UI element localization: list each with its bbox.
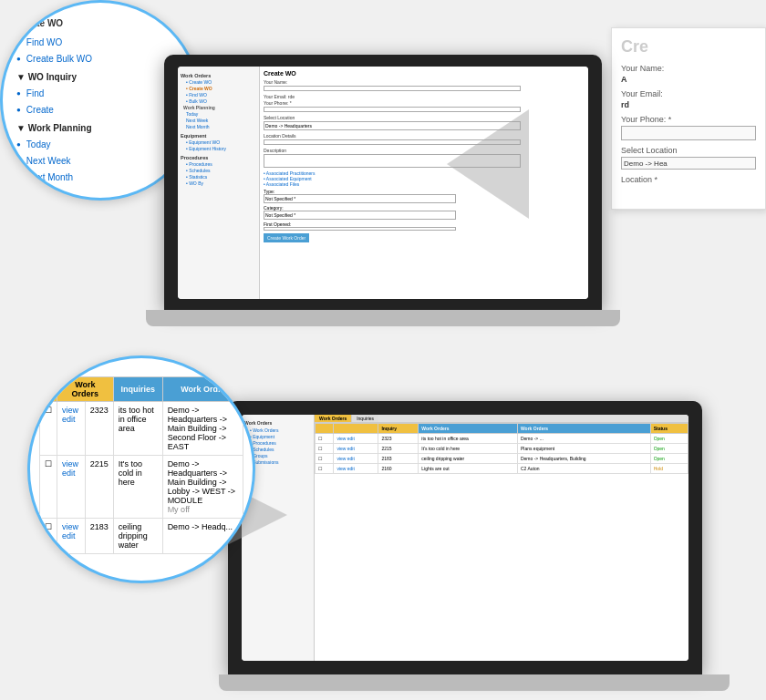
laptop-top-base [146, 310, 620, 326]
form-title: Create WO [264, 70, 585, 77]
sidebar-item-bulk-wo[interactable]: • Bulk WO [181, 98, 256, 105]
field-value-your-email: rd [621, 100, 756, 109]
zoom-th-checkbox [40, 377, 57, 402]
mini-cell-num-3: 2183 [378, 454, 419, 464]
zoom-th-wo-col: Work Ord... [162, 377, 243, 402]
mini-cell-cb-1[interactable]: ☐ [316, 434, 334, 444]
sidebar-item-proc1[interactable]: • Procedures [181, 161, 256, 168]
sidebar-section-equipment: Equipment [181, 133, 256, 139]
mini-cell-action-3[interactable]: view edit [334, 454, 378, 464]
sidebar-item-wo-by[interactable]: • WO By [181, 180, 256, 187]
zoom-circle-bottom: Work Orders Inquiries Work Ord... ☐ view… [27, 355, 255, 583]
bottom-sb-item-sched[interactable]: • Schedules [244, 446, 311, 452]
sidebar-item-next-week[interactable]: Next Week [181, 118, 256, 124]
mini-cell-status-3: Open [650, 454, 688, 464]
zoom-menu-title: Create WO [16, 16, 184, 31]
mini-cell-action-1[interactable]: view edit [334, 434, 378, 444]
zoom-group-work-planning: ▼ Work Planning [16, 120, 184, 137]
form-associated-files[interactable]: • Associated Files [264, 181, 585, 187]
sidebar-section-wo: Work Orders [181, 73, 256, 78]
zoom-item-find-wo[interactable]: ○ Find WO [16, 35, 184, 51]
form-input-first-opened[interactable] [264, 227, 456, 231]
zoom-cell-action-3[interactable]: view edit [57, 519, 86, 554]
field-value-your-name: A [621, 75, 756, 84]
zoom-cell-num-1: 2323 [85, 402, 113, 456]
mini-cell-desc-1: its too hot in office area [419, 434, 518, 444]
mini-cell-status-1: Open [650, 434, 688, 444]
zoom-cell-desc-1: its too hot in office area [113, 402, 162, 456]
mini-cell-desc-4: Lights are out [419, 464, 518, 474]
sidebar-item-statistics[interactable]: • Statistics [181, 174, 256, 180]
zoom-cell-desc-3: ceiling dripping water [113, 519, 162, 554]
mini-cell-cb-2[interactable]: ☐ [316, 444, 334, 454]
mini-cell-action-4[interactable]: view edit [334, 464, 378, 474]
bottom-sb-item-wo[interactable]: • Work Orders [244, 427, 311, 433]
zoom-cell-num-3: 2183 [85, 519, 113, 554]
form-label-description: Description [264, 148, 585, 153]
zoom-table-row-1: ☐ view edit 2323 its too hot in office a… [40, 402, 243, 456]
form-label-location-details: Location Details [264, 133, 585, 139]
zoom-cell-cb-3[interactable]: ☐ [40, 519, 57, 554]
screen-main-bottom: Work Orders Inquiries Inquiry Work Order… [315, 415, 688, 661]
tab-inquiries[interactable]: Inquiries [352, 415, 378, 422]
zoom-table-row-2: ☐ view edit 2215 It's too cold in here D… [40, 456, 243, 519]
zoom-table: Work Orders Inquiries Work Ord... ☐ view… [39, 376, 243, 554]
mini-cell-num-4: 2160 [378, 464, 419, 474]
mini-row-1: ☐ view edit 2323 its too hot in office a… [316, 434, 688, 444]
tab-bar: Work Orders Inquiries [315, 415, 688, 423]
sidebar-item-create-wo-active[interactable]: • Create WO [181, 86, 256, 92]
zoom-cell-cb-2[interactable]: ☐ [40, 456, 57, 519]
zoom-item-today[interactable]: ● Today [16, 137, 184, 153]
mini-cell-num-1: 2323 [378, 434, 419, 444]
mini-th-inquiry: Inquiry [378, 424, 419, 434]
mini-th-status: Status [650, 424, 688, 434]
mini-row-4: ☐ view edit 2160 Lights are out C2 Auton… [316, 464, 688, 474]
field-label-your-phone: Your Phone: * [621, 115, 756, 124]
sidebar-section-procedures: Procedures [181, 155, 256, 160]
field-label-select-location: Select Location [621, 146, 756, 155]
zoom-item-create[interactable]: ● Create [16, 102, 184, 118]
screen-sidebar-top: Work Orders • Create WO • Create WO • Fi… [178, 67, 260, 299]
sidebar-item-equip-hist[interactable]: • Equipment History [181, 146, 256, 152]
mini-cell-desc-3: ceiling dripping water [419, 454, 518, 464]
field-label-your-name: Your Name: [621, 64, 756, 73]
mini-cell-num-2: 2215 [378, 444, 419, 454]
zoom-cell-loc-2: Demo -> Headquarters -> Main Building ->… [162, 456, 243, 519]
sidebar-item-next-month[interactable]: Next Month [181, 124, 256, 130]
sidebar-item-equip-wo[interactable]: • Equipment WO [181, 139, 256, 146]
bottom-sb-item-proc[interactable]: • Procedures [244, 439, 311, 446]
field-label-location: Location * [621, 175, 756, 184]
form-select-type[interactable]: Not Specified * [264, 194, 456, 203]
form-input-name[interactable] [264, 86, 521, 91]
zoom-item-next-month[interactable]: ● Next Month [16, 170, 184, 186]
zoom-cell-action-1[interactable]: view edit [57, 402, 86, 456]
form-create-button[interactable]: Create Work Order [264, 233, 309, 242]
page-container: Work Orders • Create WO • Create WO • Fi… [0, 0, 766, 700]
form-select-category[interactable]: Not Specified * [264, 211, 456, 220]
zoom-cell-action-2[interactable]: view edit [57, 456, 86, 519]
field-select-location[interactable]: Demo -> Hea [621, 157, 756, 170]
zoom-item-next-week[interactable]: ● Next Week [16, 153, 184, 170]
sidebar-item-find-wo[interactable]: • Find WO [181, 92, 256, 98]
mini-row-2: ☐ view edit 2215 It's too cold in here P… [316, 444, 688, 454]
mini-table: Inquiry Work Orders Work Orders Status ☐… [315, 423, 688, 474]
bottom-sb-item-equip[interactable]: • Equipment [244, 433, 311, 439]
sidebar-item-schedules[interactable]: • Schedules [181, 168, 256, 174]
mini-th-action [334, 424, 378, 434]
tab-work-orders[interactable]: Work Orders [315, 415, 352, 422]
zoom-item-find[interactable]: ● Find [16, 86, 184, 102]
form-label-select-location: Select Location [264, 115, 585, 120]
sidebar-item-create-wo[interactable]: • Create WO [181, 79, 256, 86]
zoom-item-create-bulk-wo[interactable]: ● Create Bulk WO [16, 51, 184, 67]
zoom-group-wo-inquiry: ▼ WO Inquiry [16, 69, 184, 86]
zoom-cell-num-2: 2215 [85, 456, 113, 519]
triangle-connector-top [447, 109, 529, 219]
zoom-cell-cb-1[interactable]: ☐ [40, 402, 57, 456]
mini-cell-cb-3[interactable]: ☐ [316, 454, 334, 464]
mini-cell-cb-4[interactable]: ☐ [316, 464, 334, 474]
form-label-name: Your Name: [264, 79, 585, 85]
sidebar-item-today[interactable]: Today [181, 111, 256, 118]
field-input-your-phone[interactable] [621, 126, 756, 140]
mini-cell-loc-1: Demo -> ... [517, 434, 650, 444]
mini-cell-action-2[interactable]: view edit [334, 444, 378, 454]
